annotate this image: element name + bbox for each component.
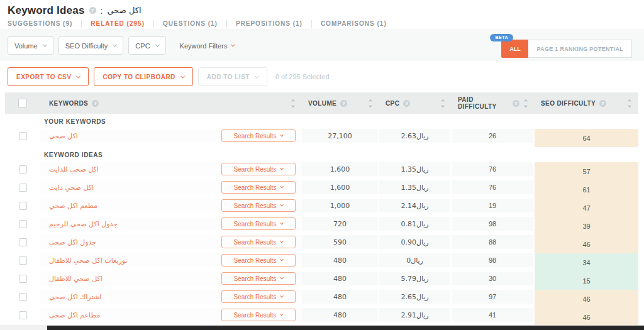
keyword-text[interactable]: جدول اكل صحي للرجيم — [49, 220, 118, 228]
volume-cell: 1,600 — [302, 180, 379, 199]
keyword-cell: اشتراك اكل صحي Search Results — [40, 290, 302, 308]
keyword-filters-toggle[interactable]: Keyword Filters — [180, 42, 235, 50]
row-checkbox[interactable] — [19, 220, 27, 228]
add-to-list-button[interactable]: ADD TO LIST — [198, 67, 267, 86]
row-checkbox[interactable] — [19, 238, 27, 246]
help-icon[interactable]: ? — [89, 7, 96, 14]
cpc-filter-label: CPC — [135, 42, 150, 50]
keywords-column-header: KEYWORDS ? — [40, 92, 302, 114]
table-row: جدول اكل صحي Search Results 590 0.90ريال… — [5, 235, 638, 253]
keyword-text[interactable]: اكل صحي دايت — [49, 184, 94, 192]
volume-header-label: VOLUME — [308, 100, 336, 107]
cpc-filter-dropdown[interactable]: CPC — [128, 36, 165, 55]
search-results-button[interactable]: Search Results — [221, 163, 296, 175]
keyword-filters-label: Keyword Filters — [180, 42, 228, 50]
keyword-text[interactable]: اكل صحي — [49, 132, 78, 140]
tab-bar: SUGGESTIONS (9) RELATED (295) QUESTIONS … — [0, 18, 644, 30]
export-to-csv-button[interactable]: EXPORT TO CSV — [8, 67, 89, 86]
row-checkbox[interactable] — [19, 293, 27, 301]
row-checkbox-cell — [5, 290, 40, 308]
help-icon[interactable]: ? — [513, 100, 519, 107]
copy-to-clipboard-button[interactable]: COPY TO CLIPBOARD — [94, 67, 192, 86]
keyword-text[interactable]: توزيعات اكل صحي للاطفال — [49, 256, 127, 265]
search-results-button[interactable]: Search Results — [221, 199, 296, 212]
chevron-down-icon — [155, 43, 160, 47]
filter-band: Volume SEO Difficulty CPC Keyword Filter… — [0, 30, 644, 61]
keyword-text[interactable]: اكل صحي للدايت — [49, 165, 99, 173]
help-icon[interactable]: ? — [599, 100, 606, 107]
volume-cell: 480 — [302, 290, 379, 308]
seo-difficulty-cell: 64 — [535, 129, 638, 147]
tab-comparisons[interactable]: COMPARISONS (1) — [312, 20, 396, 27]
help-icon[interactable]: ? — [340, 100, 347, 107]
table-row: اشتراك اكل صحي Search Results 480 2.65ري… — [5, 290, 638, 308]
seo-difficulty-filter-dropdown[interactable]: SEO Difficulty — [58, 36, 124, 55]
row-checkbox-cell — [5, 308, 40, 326]
seo-difficulty-cell: 39 — [535, 217, 638, 235]
paid-difficulty-cell: 26 — [452, 129, 535, 147]
volume-cell: 480 — [302, 253, 379, 272]
keyword-cell: جدول اكل صحي للرجيم Search Results — [40, 217, 302, 235]
row-checkbox[interactable] — [19, 256, 27, 265]
seo-difficulty-header-label: SEO DIFFICULTY — [541, 100, 596, 107]
search-results-label: Search Results — [234, 312, 277, 319]
sort-control[interactable] — [440, 99, 445, 108]
row-checkbox[interactable] — [19, 184, 27, 192]
search-results-button[interactable]: Search Results — [221, 309, 296, 321]
cpc-header-label: CPC — [386, 100, 399, 107]
paid-difficulty-cell: 76 — [452, 162, 535, 180]
cpc-column-header: CPC ? — [379, 92, 452, 114]
keyword-text[interactable]: جدول اكل صحي — [49, 238, 96, 246]
sort-control[interactable] — [523, 99, 528, 108]
tab-questions[interactable]: QUESTIONS (1) — [154, 20, 226, 27]
search-results-button[interactable]: Search Results — [221, 129, 296, 142]
chevron-down-icon — [280, 276, 284, 280]
chevron-down-icon — [255, 74, 259, 78]
keyword-cell: جدول اكل صحي Search Results — [40, 235, 302, 253]
tab-related[interactable]: RELATED (295) — [82, 20, 153, 27]
cpc-cell: 2.14ريال — [379, 199, 452, 217]
horizontal-scrollbar-thumb[interactable] — [47, 326, 644, 330]
title-separator: : — [101, 6, 103, 16]
search-results-button[interactable]: Search Results — [221, 290, 296, 303]
row-checkbox[interactable] — [19, 132, 27, 140]
chevron-down-icon — [280, 239, 284, 243]
keyword-text[interactable]: مطاعم اكل صحي — [49, 311, 100, 319]
search-results-button[interactable]: Search Results — [221, 217, 296, 230]
tab-suggestions[interactable]: SUGGESTIONS (9) — [8, 20, 81, 27]
help-icon[interactable]: ? — [403, 100, 410, 107]
row-checkbox-cell — [5, 129, 40, 147]
keyword-text[interactable]: مطعم اكل صحي — [49, 202, 97, 210]
table-header: KEYWORDS ? VOLUME ? CPC ? PAID DIFFICULT… — [5, 92, 638, 114]
tab-prepositions[interactable]: PREPOSITIONS (1) — [227, 20, 311, 27]
paid-difficulty-cell: 76 — [452, 180, 535, 199]
cpc-cell: 2.65ريال — [379, 290, 452, 308]
search-results-button[interactable]: Search Results — [221, 254, 296, 267]
sort-control[interactable] — [627, 99, 632, 108]
row-checkbox[interactable] — [19, 202, 27, 210]
select-all-checkbox[interactable] — [18, 99, 27, 107]
search-results-button[interactable]: Search Results — [221, 236, 296, 248]
row-checkbox[interactable] — [19, 165, 27, 173]
all-toggle-button[interactable]: ALL — [501, 40, 528, 58]
volume-column-header: VOLUME ? — [302, 92, 379, 114]
keyword-text[interactable]: اكل صحي للاطفال — [49, 275, 103, 283]
search-results-button[interactable]: Search Results — [221, 272, 296, 285]
ranking-toggle-group: BETA ALL PAGE 1 RANKING POTENTIAL — [501, 40, 632, 58]
search-results-button[interactable]: Search Results — [221, 181, 296, 194]
table-row: توزيعات اكل صحي للاطفال Search Results 4… — [5, 253, 638, 272]
volume-filter-dropdown[interactable]: Volume — [8, 36, 53, 55]
page1-ranking-potential-button[interactable]: PAGE 1 RANKING POTENTIAL — [528, 40, 632, 58]
sort-control[interactable] — [291, 99, 296, 108]
keyword-text[interactable]: اشتراك اكل صحي — [49, 293, 101, 301]
chevron-down-icon — [280, 167, 284, 170]
help-icon[interactable]: ? — [92, 100, 99, 107]
row-checkbox[interactable] — [19, 275, 27, 283]
row-checkbox[interactable] — [19, 311, 27, 319]
sort-control[interactable] — [368, 99, 373, 108]
cpc-cell: 5.79ريال — [379, 272, 452, 290]
table-row: اكل صحي للاطفال Search Results 480 5.79ر… — [5, 272, 638, 290]
search-results-label: Search Results — [234, 239, 277, 246]
seo-difficulty-cell: 61 — [535, 180, 638, 199]
copy-to-clipboard-label: COPY TO CLIPBOARD — [103, 74, 175, 80]
